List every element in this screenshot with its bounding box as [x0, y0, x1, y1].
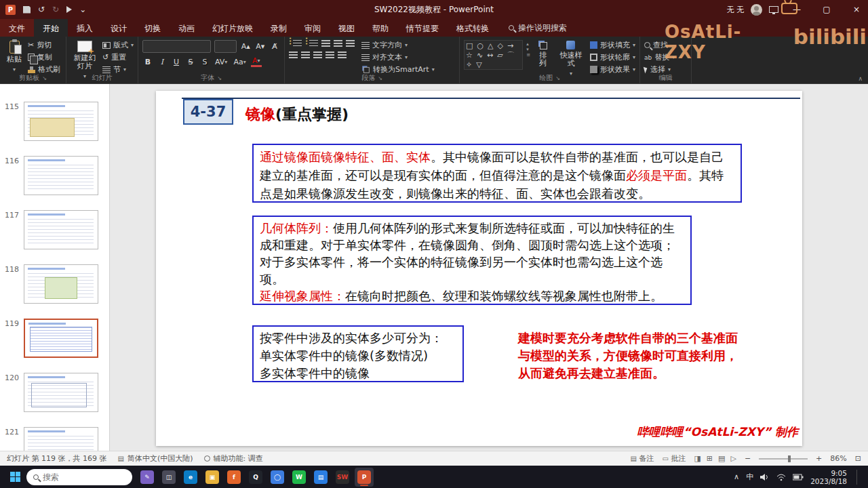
align-right-icon[interactable] [313, 52, 322, 59]
start-button[interactable] [10, 472, 20, 482]
clear-formatting-icon[interactable]: A̸ [269, 41, 280, 52]
tab-help[interactable]: 帮助 [363, 19, 397, 37]
network-icon[interactable] [776, 473, 786, 481]
justify-icon[interactable] [326, 52, 334, 59]
collapse-ribbon-icon[interactable]: ∧ [858, 75, 863, 82]
shape-icon[interactable]: → [507, 42, 513, 50]
shape-icon[interactable]: ☆ [466, 52, 473, 60]
arrange-button[interactable]: 排列 [534, 40, 552, 68]
slideshow-view-icon[interactable]: ▷ [730, 454, 736, 463]
taskbar-search[interactable] [26, 469, 132, 485]
paste-button[interactable]: 粘贴 ▾ [4, 40, 24, 75]
clock[interactable]: 9:05 2023/8/18 [810, 469, 847, 485]
comments-button[interactable]: ▭ 批注 [662, 453, 686, 464]
save-icon[interactable] [23, 6, 31, 14]
textbox-geometry-pattern[interactable]: 几何体阵列：使用几何体阵列的形式来复制所选特征或面，可以加快特征的生成和重建。对… [252, 216, 692, 305]
search-input[interactable] [43, 472, 111, 482]
start-slideshow-icon[interactable] [66, 6, 72, 13]
close-button[interactable]: × [845, 0, 868, 19]
change-case-button[interactable]: Aa▾ [232, 56, 247, 68]
show-desktop-button[interactable] [856, 470, 859, 485]
shape-icon[interactable]: □ [466, 42, 473, 50]
textbox-mirror-intro[interactable]: 通过镜像面镜像特征、面、实体。其中镜像面可以是软件自带的基准面，也可以是自己建立… [252, 144, 742, 203]
tab-record[interactable]: 录制 [262, 19, 296, 37]
firefox-icon[interactable]: f [224, 468, 243, 487]
redo-icon[interactable]: ↻ [52, 5, 59, 14]
tab-format-convert[interactable]: 格式转换 [448, 19, 498, 37]
wechat-icon[interactable]: W [290, 468, 309, 487]
increase-indent-icon[interactable] [334, 40, 342, 47]
font-size-input[interactable] [214, 40, 237, 53]
align-text-button[interactable]: 对齐文本 ▾ [361, 52, 435, 62]
tell-me-search[interactable]: 操作说明搜索 [509, 19, 567, 37]
powerpoint-icon[interactable]: P [355, 468, 374, 487]
reset-button[interactable]: ↺ 重置 [102, 52, 134, 62]
shape-icon[interactable]: ∿ [477, 52, 483, 60]
ribbon-display-options-icon[interactable] [769, 6, 778, 13]
decrease-indent-icon[interactable] [321, 40, 330, 47]
pen-app-icon[interactable]: ✎ [138, 468, 157, 487]
browser-icon[interactable]: ◯ [268, 468, 287, 487]
columns-icon[interactable] [338, 52, 347, 59]
slide-thumbnail[interactable] [24, 264, 98, 304]
decrease-font-icon[interactable]: A▾ [255, 41, 266, 52]
zoom-in-icon[interactable]: + [816, 454, 822, 463]
textbox-modeling-note[interactable]: 建模时要充分考虑软件自带的三个基准面与模型的关系，方便镜像时可直接利用，从而避免… [518, 329, 746, 382]
align-left-icon[interactable] [289, 52, 298, 59]
dialog-launcher-icon[interactable]: ↘ [378, 75, 382, 81]
maximize-button[interactable]: ▢ [815, 0, 838, 19]
powerpoint-app-icon[interactable]: P [5, 5, 16, 15]
shape-fill-button[interactable]: 形状填充 ▾ [590, 40, 635, 50]
font-color-button[interactable]: A▾ [251, 57, 262, 67]
shape-icon[interactable]: △ [488, 42, 493, 50]
accessibility-status[interactable]: 辅助功能: 调查 [204, 453, 263, 464]
shape-icon[interactable]: ✧ [466, 61, 472, 69]
underline-button[interactable]: U [171, 56, 182, 68]
italic-button[interactable]: I [157, 56, 167, 68]
shape-icon[interactable]: ↔ [487, 52, 493, 60]
gallery-scroll[interactable]: ▴▾≡ [526, 40, 530, 59]
layout-button[interactable]: 版式 ▾ [102, 40, 134, 50]
dialog-launcher-icon[interactable]: ↘ [217, 75, 222, 81]
slide-thumbnail[interactable] [24, 373, 98, 412]
tab-storyboard[interactable]: 情节提要 [397, 19, 448, 37]
cut-button[interactable]: ✂ 剪切 [28, 40, 60, 50]
numbering-icon[interactable] [309, 40, 318, 47]
strikethrough-button[interactable]: S [185, 56, 196, 68]
slide-thumbnail[interactable] [24, 156, 98, 195]
tab-slideshow[interactable]: 幻灯片放映 [203, 19, 262, 37]
minimize-button[interactable]: — [785, 0, 808, 19]
shape-icon[interactable]: ◇ [497, 42, 502, 50]
hidden-icons-chevron[interactable]: ∧ [734, 472, 739, 481]
slide-sorter-icon[interactable]: ⊞ [707, 454, 713, 463]
tab-home[interactable]: 开始 [34, 19, 68, 37]
text-direction-button[interactable]: 文字方向 ▾ [361, 40, 435, 50]
shape-icon[interactable]: ▽ [476, 61, 481, 69]
find-button[interactable]: 查找 [644, 40, 687, 50]
notes-button[interactable]: ▤ 备注 [630, 453, 654, 464]
user-name[interactable]: 无 无 [727, 5, 745, 15]
bullets-icon[interactable] [293, 40, 302, 47]
normal-view-icon[interactable]: ◨ [694, 454, 701, 463]
task-view-icon[interactable]: ◫ [159, 468, 178, 487]
undo-icon[interactable]: ↺ [38, 5, 45, 14]
slide-counter[interactable]: 幻灯片 第 119 张，共 169 张 [7, 453, 106, 464]
slide-footer-credit[interactable]: 哔哩哔哩“OsAtLi-ZXY” 制作 [637, 424, 798, 440]
tab-review[interactable]: 审阅 [296, 19, 330, 37]
increase-font-icon[interactable]: A▴ [240, 41, 251, 52]
tab-view[interactable]: 视图 [330, 19, 363, 37]
slide-thumbnail[interactable] [24, 102, 98, 141]
slide-thumbnail[interactable] [24, 427, 98, 451]
zoom-level[interactable]: 86% [830, 454, 846, 463]
volume-icon[interactable] [760, 473, 770, 481]
shape-outline-button[interactable]: 形状轮廓 ▾ [590, 52, 635, 62]
netdisk-icon[interactable]: ▤ [311, 468, 330, 487]
fit-slide-icon[interactable]: ⊡ [855, 454, 861, 463]
bold-button[interactable]: B [142, 56, 153, 68]
language-status[interactable]: ▤ 简体中文(中国大陆) [117, 453, 193, 464]
slide-number-badge[interactable]: 4-37 [183, 99, 233, 125]
zoom-slider[interactable] [759, 458, 808, 460]
tab-design[interactable]: 设计 [102, 19, 136, 37]
copy-button[interactable]: 复制 [28, 52, 60, 62]
slide-thumbnail[interactable] [24, 210, 98, 249]
